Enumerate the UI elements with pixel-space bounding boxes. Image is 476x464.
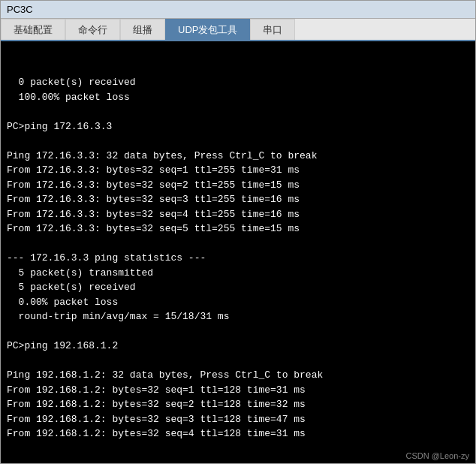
tab-basic[interactable]: 基础配置 [1,19,65,40]
tab-bar: 基础配置 命令行 组播 UDP发包工具 串口 [1,19,475,41]
tab-multicast[interactable]: 组播 [120,19,165,40]
terminal-output: 0 packet(s) received 100.00% packet loss… [1,41,475,463]
terminal-line [7,134,469,149]
terminal-line [7,354,469,369]
terminal-line: Ping 192.168.1.2: 32 data bytes, Press C… [7,368,469,383]
watermark: CSDN @Leon-zy [405,451,469,460]
terminal-line: From 192.168.1.2: bytes=32 seq=1 ttl=128… [7,383,469,398]
tab-serial[interactable]: 串口 [250,19,295,40]
terminal-line: Ping 172.16.3.3: 32 data bytes, Press Ct… [7,149,469,164]
terminal-line: 5 packet(s) received [7,280,469,295]
terminal-line: From 192.168.1.2: bytes=32 seq=2 ttl=128… [7,397,469,412]
terminal-line: From 172.16.3.3: bytes=32 seq=2 ttl=255 … [7,178,469,193]
tab-cmd[interactable]: 命令行 [65,19,120,40]
terminal-line: 0 packet(s) received [7,75,469,90]
terminal-line: From 172.16.3.3: bytes=32 seq=4 ttl=255 … [7,207,469,222]
terminal-line: From 192.168.1.2: bytes=32 seq=4 ttl=128… [7,426,469,441]
terminal-line: From 192.168.1.2: bytes=32 seq=3 ttl=128… [7,412,469,427]
terminal-line [7,104,469,119]
terminal-line: From 172.16.3.3: bytes=32 seq=5 ttl=255 … [7,221,469,237]
terminal-line: 0.00% packet loss [7,295,469,310]
terminal-line: PC>ping 192.168.1.2 [7,339,469,354]
terminal-line: --- 172.16.3.3 ping statistics --- [7,251,469,266]
terminal-line: PC>ping 172.16.3.3 [7,119,469,134]
title-bar: PC3C [1,1,475,19]
main-window: PC3C 基础配置 命令行 组播 UDP发包工具 串口 0 packet(s) … [0,0,476,464]
terminal-line [7,324,469,339]
terminal-line: 5 packet(s) transmitted [7,266,469,281]
terminal-line: From 172.16.3.3: bytes=32 seq=1 ttl=255 … [7,163,469,178]
terminal-line: round-trip min/avg/max = 15/18/31 ms [7,309,469,324]
terminal-line: From 172.16.3.3: bytes=32 seq=3 ttl=255 … [7,192,469,207]
tab-udp[interactable]: UDP发包工具 [165,19,250,40]
terminal-line [7,237,469,252]
terminal-line: 100.00% packet loss [7,90,469,105]
window-title: PC3C [7,4,33,15]
